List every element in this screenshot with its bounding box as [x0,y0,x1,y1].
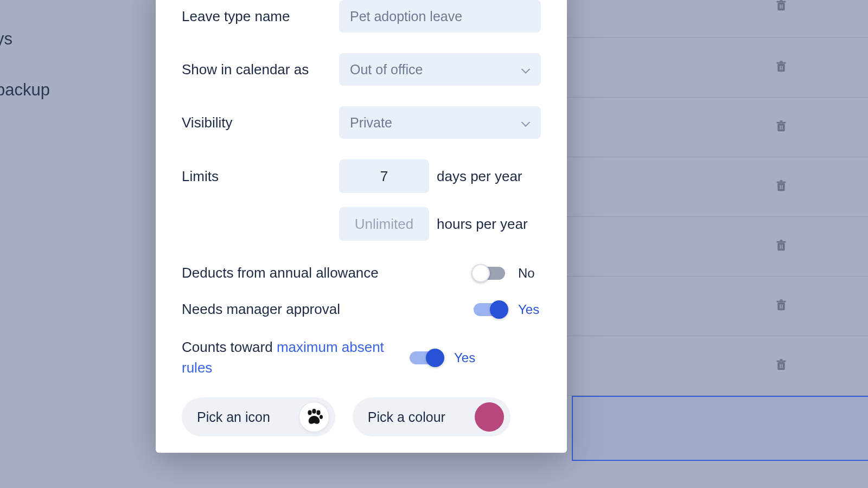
svg-rect-25 [777,303,784,310]
delete-icon[interactable] [776,239,787,254]
counts-toggle[interactable] [410,351,441,364]
name-label: Leave type name [182,8,339,25]
paw-icon [299,402,329,432]
calendar-select-value: Out of office [350,62,423,78]
bg-list-row [566,157,868,217]
approval-value: Yes [518,302,541,317]
svg-rect-24 [782,245,783,249]
approval-label: Needs manager approval [182,301,474,318]
delete-icon[interactable] [776,299,787,314]
svg-rect-9 [782,66,783,70]
delete-icon[interactable] [776,60,787,75]
leave-type-name-input[interactable] [339,0,541,33]
bg-list-row [566,336,868,396]
bg-list-row [566,277,868,336]
svg-rect-33 [780,364,781,368]
chevron-down-icon [521,115,530,131]
visibility-select-value: Private [350,115,392,131]
svg-rect-27 [780,299,783,301]
icon-picker[interactable]: Pick an icon [182,397,335,436]
calendar-select[interactable]: Out of office [339,53,541,86]
deducts-toggle[interactable] [474,267,505,280]
counts-label-prefix: Counts toward [182,339,277,355]
svg-rect-21 [777,241,786,242]
svg-rect-14 [782,125,783,130]
delete-icon[interactable] [776,120,787,135]
bg-list-row-selected[interactable] [572,396,868,461]
svg-rect-29 [782,304,783,309]
svg-rect-34 [782,364,783,368]
svg-rect-18 [780,185,781,189]
approval-toggle[interactable] [474,303,505,316]
svg-rect-19 [782,185,783,189]
svg-rect-10 [777,124,784,131]
svg-rect-28 [780,304,781,309]
svg-rect-31 [777,360,786,362]
limits-hours-input[interactable] [339,207,429,241]
svg-rect-26 [777,300,786,302]
colour-picker-label: Pick a colour [368,409,445,425]
limits-days-input[interactable] [339,159,429,193]
svg-rect-0 [777,3,784,10]
delete-icon[interactable] [776,358,787,374]
svg-rect-1 [777,1,786,3]
bg-list-row [566,217,868,277]
svg-rect-4 [782,4,783,9]
calendar-label: Show in calendar as [182,61,339,78]
deducts-label: Deducts from annual allowance [182,265,474,281]
svg-point-36 [312,409,316,414]
bg-sidebar-text-fragment-backup: backup [0,80,50,100]
colour-picker[interactable]: Pick a colour [353,397,510,436]
limits-label: Limits [182,168,339,185]
bg-list-row [566,98,868,157]
svg-rect-6 [777,62,786,63]
svg-rect-13 [780,125,781,130]
svg-rect-15 [777,183,784,191]
colour-swatch [475,402,504,432]
svg-rect-12 [780,120,783,122]
svg-point-38 [320,415,323,420]
svg-rect-5 [777,64,784,72]
svg-rect-23 [780,245,781,249]
svg-rect-7 [780,61,783,62]
deducts-value: No [518,266,541,281]
svg-rect-20 [777,243,784,251]
svg-rect-8 [780,66,781,70]
counts-label: Counts toward maximum absent rules [182,337,410,378]
bg-list [566,0,868,461]
bg-sidebar-text-fragment-ys: ys [0,29,12,49]
icon-picker-label: Pick an icon [197,409,270,425]
limits-hours-suffix: hours per year [437,216,528,233]
svg-rect-16 [777,181,786,183]
svg-rect-3 [780,4,781,9]
bg-list-row [566,38,868,98]
svg-point-37 [316,410,320,415]
svg-rect-11 [777,121,786,123]
svg-rect-2 [780,0,783,1]
chevron-down-icon [521,62,530,78]
svg-rect-30 [777,362,784,370]
svg-rect-32 [780,359,783,361]
svg-rect-17 [780,180,783,182]
visibility-label: Visibility [182,114,339,131]
leave-type-modal: Leave type name Show in calendar as Out … [156,0,567,453]
limits-days-suffix: days per year [437,168,522,185]
bg-list-row [566,0,868,38]
svg-point-35 [308,410,311,415]
visibility-select[interactable]: Private [339,106,541,139]
svg-rect-22 [780,240,783,241]
counts-value: Yes [454,350,477,365]
delete-icon[interactable] [776,0,787,14]
delete-icon[interactable] [776,179,787,195]
